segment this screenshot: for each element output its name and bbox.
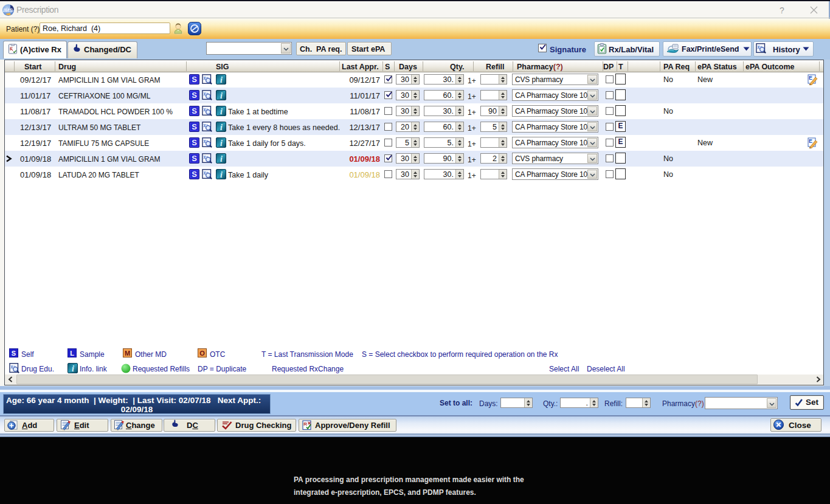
svg-text:E: E [809,138,812,144]
svg-text:R: R [303,421,307,427]
svg-text:i: i [220,75,223,85]
svg-text:i: i [220,91,223,100]
svg-text:S: S [192,170,197,179]
svg-text:S: S [192,122,197,131]
svg-text:i: i [220,123,223,132]
svg-text:S: S [192,106,197,116]
svg-text:S: S [192,154,197,163]
svg-text:i: i [220,170,223,179]
svg-text:i: i [220,107,223,116]
svg-text:E: E [809,75,812,81]
svg-text:S: S [192,75,197,84]
svg-text:i: i [72,364,74,373]
svg-text:i: i [220,139,223,148]
svg-text:S: S [192,138,197,147]
svg-text:IMS: IMS [3,7,13,13]
svg-text:i: i [220,154,223,164]
svg-text:S: S [192,91,197,100]
